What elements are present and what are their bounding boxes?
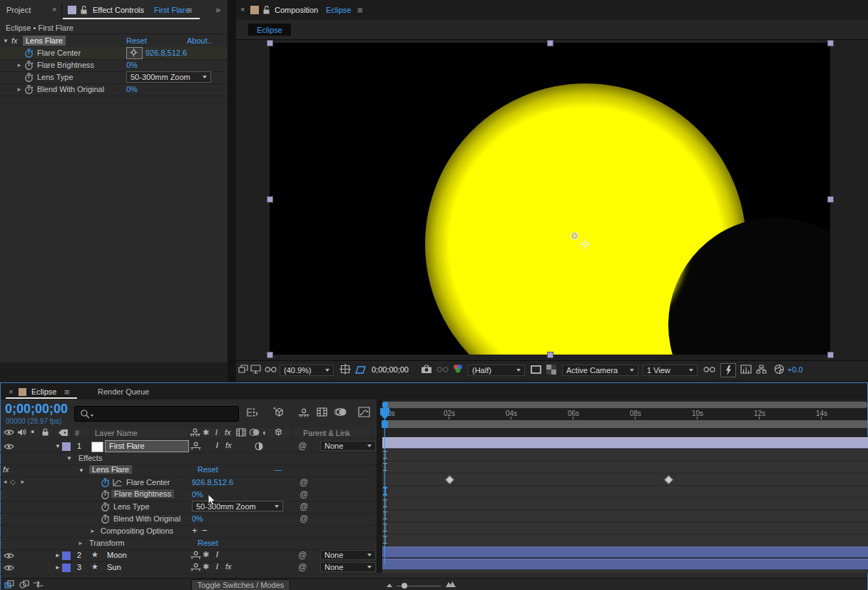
- exposure-value[interactable]: +0.0: [787, 365, 803, 374]
- parent-pick-whip-icon[interactable]: @: [298, 550, 307, 560]
- stopwatch-icon[interactable]: [24, 61, 34, 70]
- effect-point-button[interactable]: [126, 47, 143, 59]
- property-value[interactable]: 0%: [192, 490, 203, 499]
- expander-icon[interactable]: ►: [16, 62, 22, 68]
- playhead-line[interactable]: [384, 409, 385, 564]
- expander-icon[interactable]: ►: [90, 528, 96, 534]
- magnification-select[interactable]: (40.9%): [280, 365, 334, 376]
- show-snapshot-icon[interactable]: [436, 366, 449, 373]
- quality-switch[interactable]: /: [216, 441, 218, 449]
- collapse-switch-icon[interactable]: ✱: [203, 562, 209, 571]
- lens-type-select[interactable]: 50-300mm Zoom: [192, 501, 283, 512]
- pixel-aspect-correction-icon[interactable]: [703, 366, 715, 373]
- stopwatch-icon[interactable]: [24, 49, 34, 58]
- fx-badge[interactable]: fx: [11, 36, 18, 45]
- view-layout-select[interactable]: 1 View: [643, 365, 698, 376]
- label-color-swatch[interactable]: [62, 551, 71, 560]
- selection-handle[interactable]: [827, 352, 834, 358]
- flare-center-prop-row[interactable]: ◄ ◇ ► Flare Center 926.8,512.6 @: [0, 477, 377, 489]
- adjustment-switch-header-icon[interactable]: ◐: [262, 428, 267, 437]
- zoom-in-icon[interactable]: [445, 580, 456, 588]
- effect-reset-link[interactable]: Reset: [198, 465, 218, 474]
- remove-option-icon[interactable]: −: [202, 525, 208, 536]
- navigator-start-handle[interactable]: [382, 402, 388, 408]
- selection-handle[interactable]: [267, 40, 273, 46]
- compositing-options-row[interactable]: ► Compositing Options + −: [0, 525, 377, 538]
- stopwatch-icon[interactable]: [101, 478, 110, 487]
- stopwatch-icon[interactable]: [24, 85, 34, 94]
- close-icon[interactable]: ×: [9, 387, 13, 396]
- comp-flowchart-icon[interactable]: [756, 365, 767, 374]
- expander-icon[interactable]: ▼: [66, 455, 72, 462]
- tab-project[interactable]: Project: [6, 6, 31, 14]
- quality-switch[interactable]: /: [216, 550, 218, 559]
- zoom-out-icon[interactable]: [386, 582, 393, 588]
- 3d-switch-header-icon[interactable]: [274, 427, 283, 437]
- parent-select[interactable]: None: [320, 550, 376, 560]
- stopwatch-icon[interactable]: [101, 490, 110, 499]
- fast-previews-button[interactable]: [720, 363, 736, 377]
- add-option-icon[interactable]: +: [192, 525, 198, 536]
- fx-switch[interactable]: fx: [225, 441, 232, 449]
- stopwatch-icon[interactable]: [101, 514, 110, 524]
- view-camera-select[interactable]: Active Camera: [562, 365, 638, 376]
- keyframe-toggle-icon[interactable]: ◇: [10, 478, 16, 486]
- grid-guides-icon[interactable]: [339, 364, 351, 375]
- search-input[interactable]: [74, 406, 239, 422]
- selection-handle[interactable]: [547, 352, 553, 358]
- layer-row-sun[interactable]: ► 3 ★ Sun ✱ / fx @ None: [0, 561, 377, 574]
- tab-effect-controls-title[interactable]: Effect Controls: [93, 6, 144, 14]
- shy-switch-icon[interactable]: [190, 563, 201, 571]
- graph-editor-icon[interactable]: [358, 407, 370, 417]
- motion-blur-switch[interactable]: [254, 442, 264, 451]
- property-value[interactable]: 0%: [126, 85, 138, 93]
- solid-color-swatch[interactable]: [91, 442, 103, 452]
- close-icon[interactable]: ×: [52, 5, 56, 14]
- shy-switch-icon[interactable]: [190, 551, 201, 559]
- panel-menu-icon[interactable]: ≡: [187, 5, 193, 16]
- close-icon[interactable]: ×: [240, 5, 245, 14]
- eye-icon[interactable]: [4, 552, 14, 559]
- eye-icon[interactable]: [4, 443, 14, 450]
- pick-whip-icon[interactable]: @: [300, 514, 308, 524]
- effect-name[interactable]: Lens Flare: [89, 465, 132, 474]
- view-options-goggles-icon[interactable]: [265, 366, 277, 373]
- selection-handle[interactable]: [827, 196, 834, 203]
- work-area-start-handle[interactable]: [382, 420, 388, 428]
- mask-visibility-toggle-icon[interactable]: [354, 365, 367, 375]
- timeline-button-icon[interactable]: [740, 365, 752, 374]
- layer-name[interactable]: Sun: [107, 563, 121, 571]
- layer-name[interactable]: Moon: [107, 551, 127, 559]
- primary-viewer-icon[interactable]: [250, 365, 261, 374]
- work-area-bar[interactable]: [382, 420, 867, 428]
- panel-menu-icon[interactable]: ≡: [357, 5, 363, 16]
- label-color-swatch[interactable]: [62, 442, 71, 451]
- label-color-swatch[interactable]: [62, 564, 71, 572]
- shy-switch-header-icon[interactable]: [190, 428, 200, 437]
- effects-group-row[interactable]: ▼ Effects: [0, 452, 377, 465]
- lock-icon[interactable]: [262, 5, 270, 15]
- frame-blending-icon[interactable]: [317, 407, 327, 417]
- motion-blur-icon[interactable]: [335, 407, 347, 417]
- hide-shy-layers-icon[interactable]: [298, 408, 310, 417]
- layer-bar-first-flare[interactable]: [382, 437, 868, 449]
- lock-column-icon[interactable]: [41, 427, 49, 437]
- reset-exposure-icon[interactable]: [774, 364, 785, 375]
- channel-settings-icon[interactable]: [452, 364, 464, 374]
- expand-layer-switches-icon[interactable]: [4, 580, 14, 589]
- lens-type-select[interactable]: 50-300mm Zoom: [126, 71, 211, 83]
- panel-divider[interactable]: [228, 0, 236, 382]
- flare-brightness-prop-row[interactable]: Flare Brightness 0% @: [0, 489, 377, 502]
- parent-pick-whip-icon[interactable]: @: [298, 441, 307, 451]
- selection-handle[interactable]: [827, 40, 834, 46]
- region-of-interest-icon[interactable]: [531, 365, 541, 374]
- quality-switch[interactable]: /: [216, 562, 218, 571]
- track-area[interactable]: [382, 437, 868, 573]
- property-value[interactable]: 926.8,512.6: [145, 49, 187, 57]
- selection-handle[interactable]: [267, 196, 273, 203]
- panel-overflow-icon[interactable]: »: [215, 4, 220, 15]
- prev-keyframe-icon[interactable]: ◄: [2, 479, 8, 485]
- graph-toggle-icon[interactable]: [113, 479, 122, 487]
- tab-render-queue[interactable]: Render Queue: [98, 387, 149, 396]
- preview-timecode[interactable]: 0;00;00;00: [372, 365, 409, 374]
